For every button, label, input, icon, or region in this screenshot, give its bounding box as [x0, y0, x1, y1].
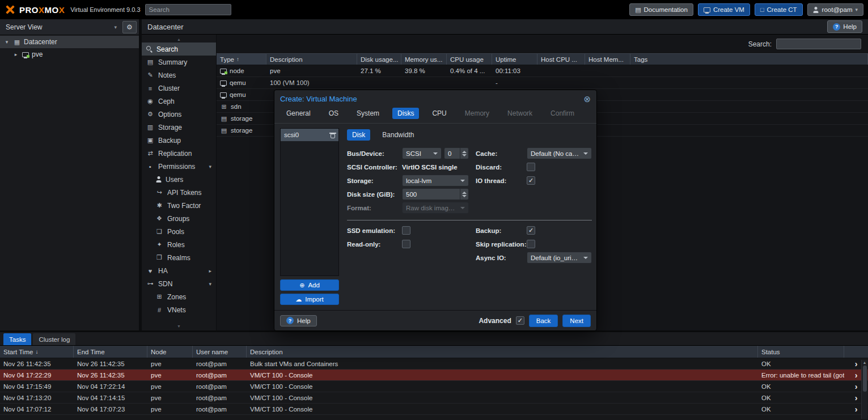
nav-item-realms[interactable]: ❒Realms: [142, 251, 216, 264]
column-header-tags[interactable]: Tags: [630, 54, 868, 65]
discard-checkbox[interactable]: ✓: [527, 163, 535, 171]
nav-item-api-tokens[interactable]: ↪API Tokens: [142, 186, 216, 199]
nav-item-cluster[interactable]: ≡Cluster: [142, 82, 216, 95]
help-button[interactable]: ? Help: [827, 20, 862, 33]
spinner-arrows-icon[interactable]: [460, 189, 468, 200]
resource-row-qemu-100-vm-100[interactable]: qemu100 (VM 100)-: [217, 77, 868, 89]
task-row[interactable]: Nov 04 17:07:12Nov 04 17:07:23pveroot@pa…: [0, 404, 868, 415]
disk-subtab-disk[interactable]: Disk: [347, 129, 370, 141]
nav-item-search[interactable]: Search: [142, 43, 216, 56]
chevron-right-icon[interactable]: ▸: [12, 52, 19, 57]
close-icon[interactable]: ⊗: [583, 95, 591, 103]
tab-tasks[interactable]: Tasks: [3, 333, 31, 345]
column-header-memory-us[interactable]: Memory us...: [401, 54, 447, 65]
column-header-uptime[interactable]: Uptime: [492, 54, 537, 65]
nav-item-backup[interactable]: ▣Backup: [142, 134, 216, 147]
skip-replication-checkbox[interactable]: ✓: [527, 240, 535, 248]
column-header-description[interactable]: Description: [266, 54, 357, 65]
column-header-user-name[interactable]: User name: [193, 346, 247, 358]
nav-item-notes[interactable]: ✎Notes: [142, 69, 216, 82]
task-row[interactable]: Nov 04 17:22:29Nov 26 11:42:35pveroot@pa…: [0, 370, 868, 381]
disk-size-spinner[interactable]: 500: [402, 188, 469, 200]
nav-item-permissions[interactable]: ▪Permissions▾: [142, 160, 216, 173]
bus-select[interactable]: SCSI: [402, 147, 442, 159]
nav-item-two-factor[interactable]: ✱Two Factor: [142, 199, 216, 212]
spinner-arrows-icon[interactable]: [460, 148, 468, 159]
dialog-help-button[interactable]: ? Help: [280, 315, 317, 326]
dialog-tab-system[interactable]: System: [352, 108, 384, 119]
bus-number-spinner[interactable]: 0: [444, 147, 469, 159]
create-vm-button[interactable]: Create VM: [698, 3, 750, 16]
dialog-tab-os[interactable]: OS: [324, 108, 344, 119]
ssd-emulation-checkbox[interactable]: ✓: [402, 226, 410, 235]
tasks-scrollbar[interactable]: ▲: [861, 360, 867, 419]
trash-icon[interactable]: [331, 134, 335, 138]
nav-item-roles[interactable]: ✦Roles: [142, 238, 216, 251]
cell-uptime: 00:11:03: [492, 65, 537, 77]
nav-item-ceph[interactable]: ◉Ceph: [142, 95, 216, 108]
add-disk-button[interactable]: ⊕ Add: [280, 279, 339, 291]
task-row[interactable]: Nov 04 17:13:20Nov 04 17:14:15pveroot@pa…: [0, 392, 868, 404]
nav-item-storage[interactable]: ▥Storage: [142, 121, 216, 134]
disk-subtab-bandwidth[interactable]: Bandwidth: [377, 129, 419, 141]
nav-item-options[interactable]: ⚙Options: [142, 108, 216, 121]
backup-checkbox[interactable]: ✓: [527, 226, 535, 235]
nav-item-summary[interactable]: ▤Summary: [142, 56, 216, 69]
nav-scroll-down-icon[interactable]: ▼: [142, 323, 216, 329]
column-header-host-mem[interactable]: Host Mem...: [585, 54, 630, 65]
tasks-tab-bar: TasksCluster log: [0, 332, 868, 346]
read-only-checkbox[interactable]: ✓: [402, 240, 410, 248]
nav-item-ha[interactable]: ♥HA▸: [142, 264, 216, 277]
resource-row-node-pve[interactable]: nodepve27.1 %39.8 %0.4% of 4 ...00:11:03: [217, 65, 868, 77]
column-header-label: Type: [220, 56, 234, 63]
cache-select[interactable]: Default (No cache): [527, 147, 592, 159]
nav-item-users[interactable]: Users: [142, 173, 216, 186]
dialog-tab-general[interactable]: General: [281, 108, 316, 119]
task-row[interactable]: Nov 04 17:15:49Nov 04 17:22:14pveroot@pa…: [0, 381, 868, 392]
column-header-description[interactable]: Description: [247, 346, 758, 358]
table-filter-input[interactable]: [776, 39, 861, 49]
disk-list-item-scsi0[interactable]: scsi0: [281, 129, 338, 141]
tree-settings-button[interactable]: ⚙: [122, 21, 137, 33]
format-label: Format:: [347, 205, 402, 211]
nav-scroll-up-icon[interactable]: ▲: [142, 36, 216, 43]
scrollbar-up-icon[interactable]: ▲: [863, 360, 867, 364]
async-io-select[interactable]: Default (io_uring): [527, 252, 592, 264]
dialog-header[interactable]: Create: Virtual Machine ⊗: [274, 90, 596, 107]
chevron-down-icon[interactable]: ▾: [3, 39, 10, 45]
column-header-end-time[interactable]: End Time: [74, 346, 147, 358]
column-header-status[interactable]: Status: [758, 346, 844, 358]
column-header-label: CPU usage: [450, 56, 484, 63]
top-header-bar: PROXMOX Virtual Environment 9.0.3 ▤ Docu…: [0, 0, 868, 19]
dialog-tab-cpu[interactable]: CPU: [427, 108, 451, 119]
nav-item-replication[interactable]: ⇄Replication: [142, 147, 216, 160]
dialog-tab-disks[interactable]: Disks: [392, 108, 419, 119]
nav-item-sdn[interactable]: ⊶SDN▾: [142, 277, 216, 290]
nav-item-zones[interactable]: ⊞Zones: [142, 290, 216, 303]
tree-node-datacenter[interactable]: ▾▦Datacenter: [0, 36, 139, 48]
column-header-host-cpu[interactable]: Host CPU ...: [537, 54, 585, 65]
tree-node-pve[interactable]: ▸pve: [0, 48, 139, 61]
user-menu-button[interactable]: root@pam ▾: [807, 3, 863, 16]
global-search-input[interactable]: [145, 4, 231, 15]
scrollbar-thumb[interactable]: [863, 366, 867, 392]
column-header-node[interactable]: Node: [147, 346, 193, 358]
nav-item-pools[interactable]: ❏Pools: [142, 225, 216, 238]
import-disk-button[interactable]: ☁ Import: [280, 294, 339, 305]
create-ct-button[interactable]: □ Create CT: [755, 3, 803, 16]
advanced-checkbox[interactable]: ✓: [516, 316, 524, 325]
column-header-cpu-usage[interactable]: CPU usage: [447, 54, 492, 65]
nav-item-vnets[interactable]: #VNets: [142, 303, 216, 316]
back-button[interactable]: Back: [529, 315, 558, 327]
column-header-type[interactable]: Type↑: [217, 54, 266, 65]
column-header-start-time[interactable]: Start Time↓: [0, 346, 74, 358]
nav-item-groups[interactable]: ❖Groups: [142, 212, 216, 225]
task-row[interactable]: Nov 26 11:42:35Nov 26 11:42:35pveroot@pa…: [0, 358, 868, 370]
io-thread-checkbox[interactable]: ✓: [527, 176, 535, 185]
view-selector[interactable]: Server View ▾: [2, 21, 120, 33]
next-button[interactable]: Next: [562, 315, 591, 327]
documentation-button[interactable]: ▤ Documentation: [629, 3, 693, 16]
column-header-disk-usage[interactable]: Disk usage...: [357, 54, 401, 65]
tab-cluster-log[interactable]: Cluster log: [33, 333, 75, 345]
storage-select[interactable]: local-lvm: [402, 175, 469, 186]
